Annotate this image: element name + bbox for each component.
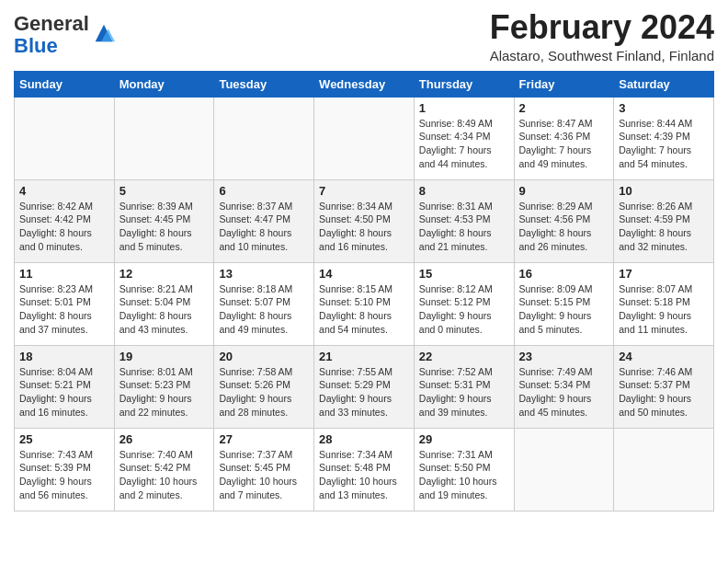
day-number: 29 bbox=[419, 432, 509, 446]
weekday-header-sunday: Sunday bbox=[15, 71, 115, 97]
calendar-cell bbox=[614, 428, 714, 511]
calendar-cell: 16Sunrise: 8:09 AM Sunset: 5:15 PM Dayli… bbox=[514, 262, 614, 345]
day-number: 19 bbox=[119, 350, 210, 363]
calendar-week-row: 11Sunrise: 8:23 AM Sunset: 5:01 PM Dayli… bbox=[15, 262, 714, 345]
calendar-cell: 22Sunrise: 7:52 AM Sunset: 5:31 PM Dayli… bbox=[414, 345, 514, 428]
day-info: Sunrise: 8:07 AM Sunset: 5:18 PM Dayligh… bbox=[619, 282, 709, 337]
day-info: Sunrise: 8:21 AM Sunset: 5:04 PM Dayligh… bbox=[119, 282, 210, 337]
calendar-cell bbox=[314, 97, 415, 179]
weekday-header-wednesday: Wednesday bbox=[314, 71, 415, 97]
day-number: 26 bbox=[119, 432, 210, 446]
day-info: Sunrise: 8:37 AM Sunset: 4:47 PM Dayligh… bbox=[219, 200, 309, 254]
weekday-header-saturday: Saturday bbox=[614, 71, 714, 97]
calendar-cell: 28Sunrise: 7:34 AM Sunset: 5:48 PM Dayli… bbox=[314, 428, 415, 511]
logo-general: General bbox=[14, 12, 89, 35]
day-number: 15 bbox=[419, 267, 509, 281]
day-number: 17 bbox=[619, 267, 709, 281]
weekday-header-friday: Friday bbox=[514, 71, 614, 97]
calendar-table: SundayMondayTuesdayWednesdayThursdayFrid… bbox=[14, 71, 714, 511]
calendar-cell: 21Sunrise: 7:55 AM Sunset: 5:29 PM Dayli… bbox=[314, 345, 415, 428]
day-info: Sunrise: 8:49 AM Sunset: 4:34 PM Dayligh… bbox=[419, 117, 509, 171]
day-number: 5 bbox=[119, 184, 210, 198]
day-info: Sunrise: 7:37 AM Sunset: 5:45 PM Dayligh… bbox=[219, 448, 309, 502]
day-number: 6 bbox=[219, 184, 309, 198]
day-number: 20 bbox=[219, 350, 309, 363]
calendar-cell: 6Sunrise: 8:37 AM Sunset: 4:47 PM Daylig… bbox=[214, 179, 314, 262]
day-info: Sunrise: 7:43 AM Sunset: 5:39 PM Dayligh… bbox=[19, 448, 109, 502]
day-number: 27 bbox=[219, 432, 309, 446]
day-number: 28 bbox=[319, 432, 409, 446]
day-number: 7 bbox=[319, 184, 409, 198]
logo: General Blue bbox=[14, 13, 117, 57]
day-number: 11 bbox=[19, 267, 109, 281]
calendar-cell: 11Sunrise: 8:23 AM Sunset: 5:01 PM Dayli… bbox=[15, 262, 115, 345]
calendar-cell: 13Sunrise: 8:18 AM Sunset: 5:07 PM Dayli… bbox=[214, 262, 314, 345]
calendar-week-row: 25Sunrise: 7:43 AM Sunset: 5:39 PM Dayli… bbox=[15, 428, 714, 511]
calendar-cell: 19Sunrise: 8:01 AM Sunset: 5:23 PM Dayli… bbox=[114, 345, 214, 428]
day-number: 21 bbox=[319, 350, 409, 363]
calendar-cell: 7Sunrise: 8:34 AM Sunset: 4:50 PM Daylig… bbox=[314, 179, 415, 262]
calendar-cell bbox=[214, 97, 314, 179]
weekday-header-row: SundayMondayTuesdayWednesdayThursdayFrid… bbox=[15, 71, 714, 97]
calendar-cell bbox=[114, 97, 214, 179]
weekday-header-tuesday: Tuesday bbox=[214, 71, 314, 97]
day-info: Sunrise: 8:12 AM Sunset: 5:12 PM Dayligh… bbox=[419, 282, 509, 337]
calendar-cell: 1Sunrise: 8:49 AM Sunset: 4:34 PM Daylig… bbox=[414, 97, 514, 179]
calendar-cell: 20Sunrise: 7:58 AM Sunset: 5:26 PM Dayli… bbox=[214, 345, 314, 428]
calendar-cell: 5Sunrise: 8:39 AM Sunset: 4:45 PM Daylig… bbox=[114, 179, 214, 262]
day-info: Sunrise: 8:01 AM Sunset: 5:23 PM Dayligh… bbox=[119, 365, 210, 419]
logo-blue: Blue bbox=[14, 34, 58, 57]
day-info: Sunrise: 7:52 AM Sunset: 5:31 PM Dayligh… bbox=[419, 365, 509, 419]
day-info: Sunrise: 8:18 AM Sunset: 5:07 PM Dayligh… bbox=[219, 282, 309, 337]
logo-icon bbox=[91, 20, 117, 46]
day-info: Sunrise: 8:26 AM Sunset: 4:59 PM Dayligh… bbox=[619, 200, 709, 254]
calendar-cell: 4Sunrise: 8:42 AM Sunset: 4:42 PM Daylig… bbox=[15, 179, 115, 262]
day-number: 22 bbox=[419, 350, 509, 363]
calendar-week-row: 4Sunrise: 8:42 AM Sunset: 4:42 PM Daylig… bbox=[15, 179, 714, 262]
day-info: Sunrise: 7:46 AM Sunset: 5:37 PM Dayligh… bbox=[619, 365, 709, 419]
calendar-cell: 8Sunrise: 8:31 AM Sunset: 4:53 PM Daylig… bbox=[414, 179, 514, 262]
day-number: 3 bbox=[619, 101, 709, 115]
calendar-cell: 14Sunrise: 8:15 AM Sunset: 5:10 PM Dayli… bbox=[314, 262, 415, 345]
day-number: 12 bbox=[119, 267, 210, 281]
day-number: 23 bbox=[519, 350, 609, 363]
calendar-cell: 9Sunrise: 8:29 AM Sunset: 4:56 PM Daylig… bbox=[514, 179, 614, 262]
day-number: 9 bbox=[519, 184, 609, 198]
day-info: Sunrise: 8:15 AM Sunset: 5:10 PM Dayligh… bbox=[319, 282, 409, 337]
day-info: Sunrise: 8:04 AM Sunset: 5:21 PM Dayligh… bbox=[19, 365, 109, 419]
calendar-cell: 25Sunrise: 7:43 AM Sunset: 5:39 PM Dayli… bbox=[15, 428, 115, 511]
day-number: 18 bbox=[19, 350, 109, 363]
month-year-title: February 2024 bbox=[490, 9, 714, 46]
day-number: 24 bbox=[619, 350, 709, 363]
day-info: Sunrise: 7:34 AM Sunset: 5:48 PM Dayligh… bbox=[319, 448, 409, 502]
day-number: 8 bbox=[419, 184, 509, 198]
calendar-week-row: 18Sunrise: 8:04 AM Sunset: 5:21 PM Dayli… bbox=[15, 345, 714, 428]
calendar-cell: 26Sunrise: 7:40 AM Sunset: 5:42 PM Dayli… bbox=[114, 428, 214, 511]
day-number: 14 bbox=[319, 267, 409, 281]
day-number: 13 bbox=[219, 267, 309, 281]
day-info: Sunrise: 8:34 AM Sunset: 4:50 PM Dayligh… bbox=[319, 200, 409, 254]
day-info: Sunrise: 7:55 AM Sunset: 5:29 PM Dayligh… bbox=[319, 365, 409, 419]
calendar-week-row: 1Sunrise: 8:49 AM Sunset: 4:34 PM Daylig… bbox=[15, 97, 714, 179]
calendar-cell: 3Sunrise: 8:44 AM Sunset: 4:39 PM Daylig… bbox=[614, 97, 714, 179]
day-info: Sunrise: 7:40 AM Sunset: 5:42 PM Dayligh… bbox=[119, 448, 210, 502]
calendar-cell: 29Sunrise: 7:31 AM Sunset: 5:50 PM Dayli… bbox=[414, 428, 514, 511]
calendar-cell: 27Sunrise: 7:37 AM Sunset: 5:45 PM Dayli… bbox=[214, 428, 314, 511]
calendar-cell bbox=[514, 428, 614, 511]
day-info: Sunrise: 8:39 AM Sunset: 4:45 PM Dayligh… bbox=[119, 200, 210, 254]
calendar-cell: 15Sunrise: 8:12 AM Sunset: 5:12 PM Dayli… bbox=[414, 262, 514, 345]
day-number: 16 bbox=[519, 267, 609, 281]
day-info: Sunrise: 8:44 AM Sunset: 4:39 PM Dayligh… bbox=[619, 117, 709, 171]
calendar-cell: 2Sunrise: 8:47 AM Sunset: 4:36 PM Daylig… bbox=[514, 97, 614, 179]
weekday-header-thursday: Thursday bbox=[414, 71, 514, 97]
day-number: 10 bbox=[619, 184, 709, 198]
day-info: Sunrise: 8:09 AM Sunset: 5:15 PM Dayligh… bbox=[519, 282, 609, 337]
location-subtitle: Alastaro, Southwest Finland, Finland bbox=[490, 48, 714, 63]
calendar-cell: 10Sunrise: 8:26 AM Sunset: 4:59 PM Dayli… bbox=[614, 179, 714, 262]
weekday-header-monday: Monday bbox=[114, 71, 214, 97]
calendar-cell: 12Sunrise: 8:21 AM Sunset: 5:04 PM Dayli… bbox=[114, 262, 214, 345]
day-number: 2 bbox=[519, 101, 609, 115]
day-info: Sunrise: 7:58 AM Sunset: 5:26 PM Dayligh… bbox=[219, 365, 309, 419]
day-info: Sunrise: 7:49 AM Sunset: 5:34 PM Dayligh… bbox=[519, 365, 609, 419]
day-info: Sunrise: 7:31 AM Sunset: 5:50 PM Dayligh… bbox=[419, 448, 509, 502]
